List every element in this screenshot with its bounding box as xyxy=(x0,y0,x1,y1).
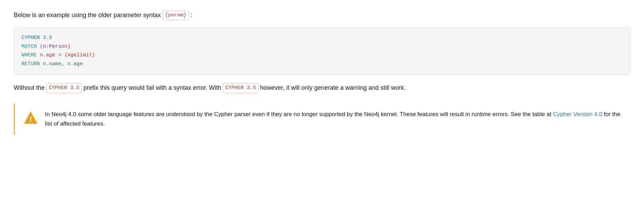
intro-text-after: : xyxy=(190,12,192,18)
warning-text-container: In Neo4j 4.0 some older language feature… xyxy=(45,110,622,129)
para-text-before: Without the xyxy=(14,84,46,91)
code-line-4: RETURN n.name, n.age xyxy=(21,60,623,69)
code-return-fields: n.name, n.age xyxy=(40,61,83,67)
cypher-version-link[interactable]: Cypher Version 4.0 xyxy=(553,111,604,117)
warning-icon: ! xyxy=(23,110,38,125)
explanation-paragraph: Without the CYPHER 3.5 prefix this query… xyxy=(14,83,630,93)
code-line-3: WHERE n.age > {agelimit} xyxy=(21,51,623,60)
intro-paragraph: Below is an example using the older para… xyxy=(14,10,630,20)
code-where-keyword: WHERE xyxy=(21,52,37,58)
code-match-pattern: (n:Person) xyxy=(37,44,71,50)
code-block: CYPHER 3.5 MATCH (n:Person) WHERE n.age … xyxy=(14,27,630,75)
para-text-middle: prefix this query would fail with a synt… xyxy=(83,84,223,91)
warning-box: ! In Neo4j 4.0 some older language featu… xyxy=(14,103,630,135)
intro-text-before: Below is an example using the older para… xyxy=(14,12,163,18)
code-cypher-version: CYPHER 3.5 xyxy=(21,35,52,41)
inline-cypher-2: CYPHER 3.5 xyxy=(223,83,258,93)
inline-cypher-1: CYPHER 3.5 xyxy=(46,83,82,93)
code-where-condition: n.age > {agelimit} xyxy=(37,52,95,58)
svg-text:!: ! xyxy=(29,115,32,124)
inline-param-code: {param} xyxy=(163,11,189,20)
warning-text-before: In Neo4j 4.0 some older language feature… xyxy=(45,111,553,117)
warning-link-text: Cypher Version 4.0 xyxy=(553,111,602,117)
code-line-1: CYPHER 3.5 xyxy=(21,33,623,42)
code-line-2: MATCH (n:Person) xyxy=(21,42,623,51)
code-return-keyword: RETURN xyxy=(21,61,40,67)
code-match-keyword: MATCH xyxy=(21,44,37,50)
para-text-after: however, it will only generate a warning… xyxy=(260,84,405,91)
